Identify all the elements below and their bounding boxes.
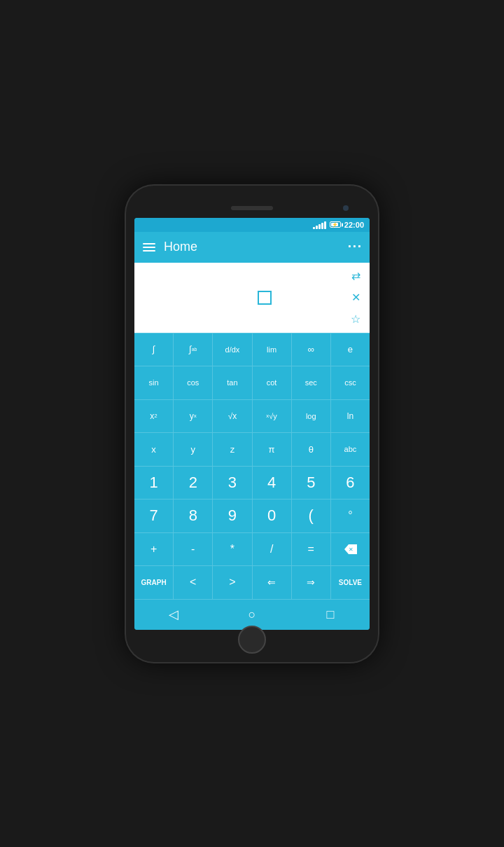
status-bar: ⚡ 22:00 bbox=[134, 218, 370, 232]
key-arrow-right[interactable]: ⇒ bbox=[292, 566, 331, 599]
pi-key[interactable]: π bbox=[253, 433, 292, 466]
nth-root-key[interactable]: x√y bbox=[253, 400, 292, 433]
key-less-than[interactable]: < bbox=[174, 566, 213, 599]
key-row-operators: + - * / = ✕ bbox=[134, 532, 370, 566]
key-7[interactable]: 7 bbox=[134, 500, 174, 532]
y-to-x-key[interactable]: yx bbox=[174, 400, 213, 433]
key-row-powers: x2 yx √x x√y log ln bbox=[134, 399, 370, 433]
signal-bars-icon bbox=[313, 221, 326, 229]
solve-key[interactable]: SOLVE bbox=[331, 566, 370, 599]
var-y-key[interactable]: y bbox=[174, 433, 213, 466]
integral-key[interactable]: ∫ bbox=[134, 333, 174, 366]
recents-nav-button[interactable]: □ bbox=[316, 600, 344, 628]
key-9[interactable]: 9 bbox=[213, 500, 252, 532]
key-paren-open[interactable]: ( bbox=[292, 500, 331, 532]
shuffle-icon[interactable]: ⇄ bbox=[347, 268, 364, 284]
derivative-key[interactable]: d/dx bbox=[213, 333, 252, 366]
euler-key[interactable]: e bbox=[331, 333, 370, 366]
speaker-grille bbox=[231, 206, 273, 210]
display-action-icons: ⇄ ✕ ☆ bbox=[347, 263, 364, 333]
phone-shell: ⚡ 22:00 Home ⋮ ⇄ ✕ ☆ bbox=[126, 186, 378, 662]
sec-key[interactable]: sec bbox=[292, 366, 331, 399]
key-row-calculus: ∫ ∫ab d/dx lim ∞ e bbox=[134, 333, 370, 366]
key-multiply[interactable]: * bbox=[213, 533, 252, 566]
tan-key[interactable]: tan bbox=[213, 366, 252, 399]
var-z-key[interactable]: z bbox=[213, 433, 252, 466]
key-8[interactable]: 8 bbox=[174, 500, 213, 532]
back-nav-button[interactable]: ◁ bbox=[160, 600, 188, 628]
more-options-icon[interactable]: ⋮ bbox=[348, 239, 362, 252]
signal-bar-4 bbox=[321, 223, 323, 229]
key-equals[interactable]: = bbox=[292, 533, 331, 566]
lightning-icon: ⚡ bbox=[332, 222, 338, 228]
display-area: ⇄ ✕ ☆ bbox=[134, 263, 370, 333]
csc-key[interactable]: csc bbox=[331, 366, 370, 399]
cos-key[interactable]: cos bbox=[174, 366, 213, 399]
app-bar: Home ⋮ bbox=[134, 232, 370, 263]
key-6[interactable]: 6 bbox=[331, 467, 370, 500]
key-greater-than[interactable]: > bbox=[213, 566, 252, 599]
keyboard: ∫ ∫ab d/dx lim ∞ e sin cos tan cot sec c… bbox=[134, 333, 370, 599]
app-title: Home bbox=[164, 240, 340, 254]
definite-integral-key[interactable]: ∫ab bbox=[174, 333, 213, 366]
limit-key[interactable]: lim bbox=[253, 333, 292, 366]
sqrt-key[interactable]: √x bbox=[213, 400, 252, 433]
x-squared-key[interactable]: x2 bbox=[134, 400, 174, 433]
key-plus[interactable]: + bbox=[134, 533, 174, 566]
abc-key[interactable]: abc bbox=[331, 433, 370, 466]
ln-key[interactable]: ln bbox=[331, 400, 370, 433]
status-icons: ⚡ 22:00 bbox=[313, 221, 364, 229]
physical-home-button bbox=[238, 626, 266, 654]
key-4[interactable]: 4 bbox=[253, 467, 292, 500]
key-row-1-6: 1 2 3 4 5 6 bbox=[134, 466, 370, 500]
nav-bar: ◁ ○ □ bbox=[134, 599, 370, 630]
signal-bar-1 bbox=[313, 227, 315, 229]
key-row-trig: sin cos tan cot sec csc bbox=[134, 366, 370, 399]
key-degree[interactable]: ° bbox=[331, 500, 370, 532]
key-divide[interactable]: / bbox=[253, 533, 292, 566]
cot-key[interactable]: cot bbox=[253, 366, 292, 399]
key-row-graph-solve: GRAPH < > ⇐ ⇒ SOLVE bbox=[134, 565, 370, 599]
status-time: 22:00 bbox=[344, 221, 364, 229]
signal-bar-5 bbox=[324, 221, 326, 229]
favorite-icon[interactable]: ☆ bbox=[347, 311, 364, 328]
key-0[interactable]: 0 bbox=[253, 500, 292, 532]
svg-text:✕: ✕ bbox=[349, 546, 354, 553]
log-key[interactable]: log bbox=[292, 400, 331, 433]
key-arrow-left[interactable]: ⇐ bbox=[253, 566, 292, 599]
front-camera bbox=[343, 205, 349, 211]
signal-bar-3 bbox=[318, 224, 321, 229]
phone-top-area bbox=[134, 198, 370, 218]
key-5[interactable]: 5 bbox=[292, 467, 331, 500]
key-minus[interactable]: - bbox=[174, 533, 213, 566]
display-expression bbox=[168, 291, 361, 305]
hamburger-menu-icon[interactable] bbox=[143, 243, 155, 252]
var-x-key[interactable]: x bbox=[134, 433, 174, 466]
home-nav-button[interactable]: ○ bbox=[238, 600, 266, 628]
battery-icon: ⚡ bbox=[330, 221, 341, 228]
key-3[interactable]: 3 bbox=[213, 467, 252, 500]
clear-icon[interactable]: ✕ bbox=[347, 289, 364, 306]
sin-key[interactable]: sin bbox=[134, 366, 174, 399]
key-1[interactable]: 1 bbox=[134, 467, 174, 500]
key-backspace[interactable]: ✕ bbox=[331, 533, 370, 566]
graph-key[interactable]: GRAPH bbox=[134, 566, 174, 599]
theta-key[interactable]: θ bbox=[292, 433, 331, 466]
phone-bottom-area bbox=[134, 630, 370, 649]
expression-cursor bbox=[258, 291, 272, 305]
key-2[interactable]: 2 bbox=[174, 467, 213, 500]
key-row-7-0: 7 8 9 0 ( ° bbox=[134, 499, 370, 532]
key-row-vars: x y z π θ abc bbox=[134, 432, 370, 466]
signal-bar-2 bbox=[316, 226, 318, 229]
phone-screen: ⚡ 22:00 Home ⋮ ⇄ ✕ ☆ bbox=[134, 218, 370, 630]
backspace-icon: ✕ bbox=[343, 544, 357, 554]
infinity-key[interactable]: ∞ bbox=[292, 333, 331, 366]
